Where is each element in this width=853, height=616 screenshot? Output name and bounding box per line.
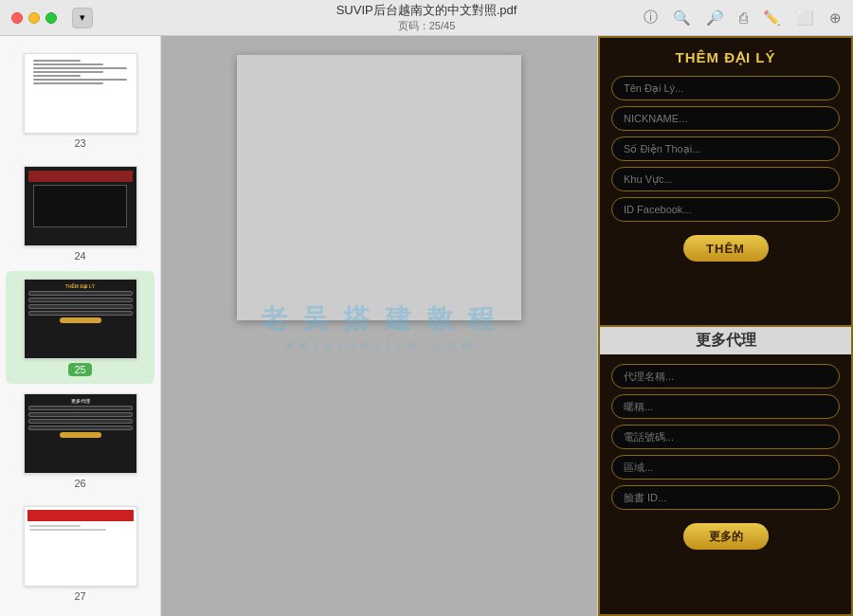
- thumb-26-btn: [60, 432, 101, 438]
- thumb-25-content: THÊM ĐẠI LÝ: [25, 280, 136, 358]
- thumbnail-25: THÊM ĐẠI LÝ: [24, 279, 137, 359]
- zoom-out-icon[interactable]: 🔍: [673, 9, 691, 27]
- thumb-26-content: 更多代理: [25, 394, 136, 473]
- thumb-26-input: [28, 412, 133, 417]
- nav-dropdown[interactable]: ▾: [72, 8, 93, 28]
- thumb-line: [29, 529, 106, 531]
- quyu-input[interactable]: [611, 455, 840, 480]
- thumbnail-26: 更多代理: [24, 393, 137, 474]
- window-icon[interactable]: ⬜: [796, 9, 814, 27]
- annotate-icon[interactable]: ✏️: [763, 9, 781, 27]
- page-number-24: 24: [74, 250, 85, 262]
- ten-dai-ly-input[interactable]: [611, 76, 840, 100]
- thumbnail-23: [24, 53, 137, 134]
- khu-vuc-input[interactable]: [611, 167, 840, 191]
- thumb-25-input: [28, 311, 133, 316]
- nicheng-input[interactable]: [611, 394, 840, 419]
- sidebar: 23 24 THÊM ĐẠI LÝ: [0, 36, 161, 616]
- thumb-line: [33, 75, 81, 77]
- zoom-in-icon[interactable]: 🔎: [706, 9, 724, 27]
- thumb-line: [33, 63, 103, 65]
- page-number-27: 27: [74, 590, 85, 602]
- thumb-line: [33, 82, 103, 84]
- main-layout: 23 24 THÊM ĐẠI LÝ: [0, 36, 853, 616]
- pdf-area: 老 吴 搭 建 教 程 w e i x i a o l i v e . c o …: [161, 36, 597, 616]
- title-bar-center: SUVIP后台越南文的中文對照.pdf 页码：25/45: [336, 2, 517, 33]
- page-number-23: 23: [74, 137, 85, 149]
- them-button[interactable]: THÊM: [683, 235, 769, 262]
- thumb-line: [33, 71, 103, 73]
- thumbnail-27: [24, 506, 137, 587]
- thumb-24-body: [33, 185, 127, 227]
- page-number-25: 25: [68, 363, 91, 376]
- thumb-line: [33, 79, 127, 81]
- title-bar: ▾ SUVIP后台越南文的中文對照.pdf 页码：25/45 ⓘ 🔍 🔎 ⎙ ✏…: [0, 0, 853, 36]
- thumb-26-input: [28, 419, 133, 424]
- nav-controls: ▾: [72, 8, 93, 28]
- panel-top: THÊM ĐẠI LÝ THÊM: [598, 36, 853, 327]
- thumb-25-btn: [60, 317, 101, 323]
- page-number-26: 26: [74, 478, 85, 489]
- thumb-26-title: 更多代理: [28, 398, 133, 404]
- info-icon[interactable]: ⓘ: [644, 9, 658, 27]
- lianshuid-input[interactable]: [611, 485, 840, 510]
- sidebar-item-27[interactable]: 27: [6, 498, 154, 609]
- thumbnail-24: [24, 166, 137, 246]
- more-icon[interactable]: ⊕: [829, 9, 842, 27]
- id-facebook-input[interactable]: [611, 197, 840, 222]
- share-icon[interactable]: ⎙: [739, 9, 748, 26]
- thumb-25-input: [28, 304, 133, 309]
- thumb-24-content: [25, 167, 136, 245]
- sidebar-item-25[interactable]: THÊM ĐẠI LÝ 25: [6, 271, 154, 384]
- thumb-25-input: [28, 291, 133, 296]
- traffic-lights: [11, 12, 57, 24]
- thumb-27-content: [25, 507, 136, 586]
- thumb-26-input: [28, 426, 133, 430]
- dai-li-mingcheng-input[interactable]: [611, 364, 840, 389]
- thumb-line: [33, 60, 81, 62]
- document-title: SUVIP后台越南文的中文對照.pdf: [336, 2, 517, 19]
- thumb-26-input: [28, 406, 133, 410]
- dianhua-input[interactable]: [611, 425, 840, 449]
- more-button[interactable]: 更多的: [683, 523, 769, 550]
- thumb-23-lines: [33, 58, 127, 86]
- pdf-page-content: [237, 55, 521, 320]
- minimize-button[interactable]: [28, 12, 40, 24]
- page-info: 页码：25/45: [398, 19, 456, 33]
- title-bar-controls: ⓘ 🔍 🔎 ⎙ ✏️ ⬜ ⊕: [644, 9, 842, 27]
- thumb-23-content: [25, 54, 136, 133]
- right-panels: THÊM ĐẠI LÝ THÊM 更多代理 更多的: [597, 36, 853, 616]
- nickname-input[interactable]: [611, 106, 840, 131]
- panel-bottom-title: 更多代理: [600, 327, 851, 354]
- thumb-25-input: [28, 298, 133, 302]
- thumb-27-header: [27, 510, 134, 521]
- sidebar-item-23[interactable]: 23: [6, 45, 154, 156]
- maximize-button[interactable]: [45, 12, 57, 24]
- thumb-24-header: [28, 171, 133, 182]
- thumb-27-lines: [27, 521, 134, 534]
- pdf-pages: [161, 36, 597, 616]
- panel-top-title: THÊM ĐẠI LÝ: [611, 49, 840, 66]
- thumb-line: [29, 525, 81, 527]
- sidebar-item-26[interactable]: 更多代理 26: [6, 386, 154, 497]
- so-dien-thoai-input[interactable]: [611, 136, 840, 161]
- thumb-25-title: THÊM ĐẠI LÝ: [28, 283, 133, 289]
- close-button[interactable]: [11, 12, 23, 24]
- sidebar-item-24[interactable]: 24: [6, 158, 154, 269]
- thumb-line: [33, 67, 127, 69]
- panel-bottom: 更多代理 更多的: [598, 327, 853, 616]
